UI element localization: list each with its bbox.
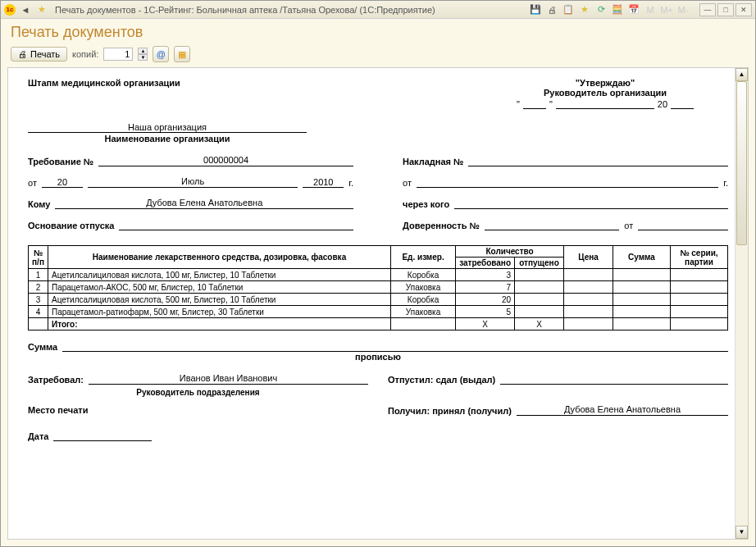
- cell-sum: [613, 269, 671, 281]
- history-icon[interactable]: ⟳: [594, 3, 608, 16]
- th-sum: Сумма: [613, 246, 671, 269]
- cell-series: [671, 269, 728, 281]
- org-name: Наша организация: [28, 122, 307, 133]
- cell-price: [564, 281, 613, 294]
- template-button[interactable]: ▦: [174, 46, 190, 62]
- cell-series: [671, 306, 728, 318]
- app-window: 1c ◄ ★ Печать документов - 1С-Рейтинг: Б…: [0, 0, 756, 547]
- doc-icon[interactable]: 📋: [562, 3, 575, 16]
- zatreb-label: Затребовал:: [28, 375, 84, 385]
- scroll-thumb[interactable]: [736, 81, 747, 245]
- cell-num: 4: [29, 306, 48, 318]
- m-minus-icon[interactable]: M-: [676, 3, 690, 16]
- nakl-label: Накладная №: [403, 157, 463, 166]
- m-plus-icon[interactable]: M+: [660, 3, 673, 16]
- cell-name: Ацетилсалициловая кислота, 100 мг, Блист…: [48, 269, 391, 281]
- copies-up-button[interactable]: ▲: [138, 48, 148, 54]
- from-year: 2010: [303, 177, 344, 188]
- zatreb-value: Иванов Иван Иванович: [89, 373, 368, 385]
- table-row: 1Ацетилсалициловая кислота, 100 мг, Блис…: [29, 269, 728, 281]
- nav-back-icon[interactable]: ◄: [19, 3, 32, 16]
- kom-label: Кому: [28, 199, 50, 209]
- osnov-label: Основание отпуска: [28, 221, 114, 230]
- cell-unit: Коробка: [390, 269, 455, 281]
- print-button[interactable]: 🖨 Печать: [11, 47, 67, 62]
- cell-num: 3: [29, 294, 48, 306]
- th-rel: отпущено: [515, 258, 564, 269]
- otpust-value: [500, 373, 728, 385]
- org-caption: Наименование организации: [28, 133, 307, 144]
- cell-rel: [515, 306, 564, 318]
- print-icon[interactable]: 🖨: [545, 3, 558, 16]
- scroll-up-button[interactable]: ▲: [736, 68, 748, 81]
- cell-sum: [613, 306, 671, 318]
- save-icon[interactable]: 💾: [529, 3, 542, 16]
- propisyu-caption: прописью: [28, 352, 728, 362]
- total-x1: X: [456, 318, 515, 330]
- window-title: Печать документов - 1С-Рейтинг: Больничн…: [55, 5, 435, 15]
- cell-price: [564, 306, 613, 318]
- favorite-icon[interactable]: ★: [578, 3, 591, 16]
- mesto-label: Место печати: [28, 405, 88, 415]
- total-label: Итого:: [48, 318, 391, 330]
- cell-rel: [515, 269, 564, 281]
- sum-value: [62, 340, 728, 352]
- printer-icon: 🖨: [18, 49, 27, 59]
- approve-year-prefix: 20: [658, 99, 667, 109]
- total-blank: [29, 318, 48, 330]
- maximize-button[interactable]: □: [717, 3, 734, 16]
- nakl-number: [468, 155, 728, 166]
- calendar-icon[interactable]: 📅: [627, 3, 640, 16]
- calc-icon[interactable]: 🧮: [611, 3, 624, 16]
- cell-num: 1: [29, 269, 48, 281]
- m-icon[interactable]: M: [644, 3, 657, 16]
- date-label: Дата: [28, 431, 48, 441]
- dover-number: [485, 219, 620, 230]
- table-row: 2Парацетамол-АКОС, 500 мг, Блистер, 10 Т…: [29, 281, 728, 294]
- dover-from: [638, 219, 728, 230]
- minimize-button[interactable]: —: [699, 3, 716, 16]
- cell-price: [564, 294, 613, 306]
- vertical-scrollbar[interactable]: ▲ ▼: [735, 68, 748, 539]
- through-label: через кого: [403, 199, 449, 209]
- approve-subtitle: Руководитель организации: [482, 88, 728, 98]
- th-qty: Количество: [456, 246, 564, 258]
- cell-req: 20: [456, 294, 515, 306]
- copies-input[interactable]: [103, 48, 133, 61]
- copies-down-button[interactable]: ▼: [138, 54, 148, 61]
- star-icon[interactable]: ★: [35, 3, 48, 16]
- titlebar: 1c ◄ ★ Печать документов - 1С-Рейтинг: Б…: [1, 1, 755, 19]
- document-viewport: Штапм медицинской организации "Утверждаю…: [7, 67, 749, 540]
- page-title: Печать документов: [11, 24, 745, 41]
- from2-label: от: [403, 178, 412, 188]
- cell-sum: [613, 281, 671, 294]
- dover-from-label: от: [624, 221, 633, 230]
- toolbar: 🖨 Печать копий: ▲ ▼ @ ▦: [1, 44, 755, 67]
- date-value: [53, 430, 152, 441]
- year-suffix: г.: [348, 178, 353, 188]
- print-button-label: Печать: [30, 49, 60, 59]
- table-row: 4Парацетамол-ратиофарм, 500 мг, Блистер,…: [29, 306, 728, 318]
- cell-req: 7: [456, 281, 515, 294]
- stamp-label: Штапм медицинской организации: [28, 78, 180, 109]
- close-button[interactable]: ✕: [736, 3, 752, 16]
- from-label: от: [28, 178, 37, 188]
- email-button[interactable]: @: [153, 46, 169, 62]
- cell-sum: [613, 294, 671, 306]
- cell-series: [671, 294, 728, 306]
- th-series: № серии, партии: [671, 246, 728, 269]
- year-suffix-2: г.: [723, 178, 728, 188]
- cell-unit: Коробка: [390, 294, 455, 306]
- th-num: № п/п: [29, 246, 48, 269]
- approve-month: [556, 99, 654, 109]
- cell-rel: [515, 294, 564, 306]
- cell-unit: Упаковка: [390, 281, 455, 294]
- app-icon: 1c: [4, 4, 16, 16]
- from-month: Июль: [88, 176, 298, 188]
- approve-day: [523, 99, 546, 109]
- table-row: 3Ацетилсалициловая кислота, 500 мг, Блис…: [29, 294, 728, 306]
- cell-req: 3: [456, 269, 515, 281]
- th-price: Цена: [564, 246, 613, 269]
- otpust-label: Отпустил: сдал (выдал): [388, 375, 495, 385]
- scroll-down-button[interactable]: ▼: [736, 526, 748, 539]
